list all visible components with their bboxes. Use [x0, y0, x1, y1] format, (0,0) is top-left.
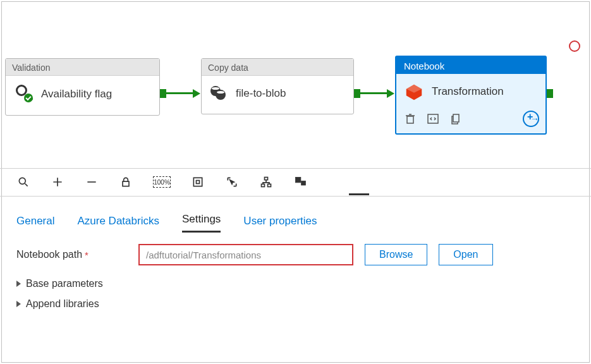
canvas-toolbar: 100% [0, 168, 591, 196]
svg-rect-4 [453, 114, 459, 122]
copy-data-icon [210, 85, 228, 102]
connector-line [166, 92, 193, 94]
activity-name: Transformation [432, 85, 504, 98]
activity-validation[interactable]: Validation Availability flag [5, 58, 160, 116]
fit-icon[interactable] [191, 175, 205, 189]
databricks-icon [405, 83, 423, 100]
validation-icon [15, 85, 34, 104]
append-libraries-expander[interactable]: Append libraries [16, 298, 578, 310]
activity-notebook[interactable]: Notebook Transformation +→ [395, 56, 547, 135]
remove-icon[interactable] [85, 175, 99, 189]
open-button[interactable]: Open [439, 244, 492, 265]
settings-panel: Notebook path * Browse Open Base paramet… [16, 244, 578, 318]
auto-layout-icon[interactable] [259, 175, 273, 189]
notebook-path-label: Notebook path * [16, 249, 127, 260]
connector-arrow-icon [193, 89, 200, 98]
add-output-icon[interactable]: +→ [523, 111, 539, 127]
svg-rect-13 [302, 181, 306, 185]
chevron-right-icon [16, 281, 21, 287]
pipeline-canvas[interactable]: Validation Availability flag Copy data f… [0, 0, 591, 164]
connector-node [160, 89, 166, 98]
zoom-100-icon[interactable]: 100% [153, 176, 171, 188]
activity-name: file-to-blob [236, 87, 286, 100]
delete-icon[interactable] [404, 112, 417, 125]
add-icon[interactable] [51, 175, 64, 189]
notebook-path-row: Notebook path * Browse Open [16, 244, 578, 265]
code-icon[interactable] [427, 112, 439, 125]
tab-general[interactable]: General [16, 215, 54, 233]
required-asterisk: * [85, 250, 88, 260]
activity-mini-toolbar: +→ [396, 107, 545, 133]
activity-type-label: Notebook [396, 57, 545, 74]
svg-rect-9 [265, 178, 268, 180]
tab-azure-databricks[interactable]: Azure Databricks [77, 215, 159, 233]
activity-type-label: Validation [6, 59, 159, 76]
svg-rect-7 [193, 178, 202, 186]
tab-settings[interactable]: Settings [182, 213, 221, 233]
connector-arrow-icon [387, 89, 394, 98]
svg-rect-3 [428, 114, 438, 123]
activity-copy-data[interactable]: Copy data file-to-blob [201, 58, 354, 114]
connector-node [354, 89, 360, 98]
svg-point-5 [19, 178, 25, 184]
svg-rect-10 [262, 184, 265, 186]
panel-drag-handle[interactable] [349, 193, 369, 195]
svg-rect-12 [296, 178, 301, 183]
select-icon[interactable] [225, 175, 239, 189]
svg-rect-2 [407, 116, 413, 123]
lock-icon[interactable] [119, 175, 133, 189]
svg-rect-6 [123, 181, 129, 186]
activity-type-label: Copy data [202, 59, 353, 76]
alert-ring-icon [569, 40, 580, 52]
minimap-icon[interactable] [293, 175, 307, 189]
browse-button[interactable]: Browse [365, 244, 427, 265]
svg-rect-8 [197, 181, 200, 184]
notebook-path-input[interactable] [138, 244, 353, 265]
property-tabs: General Azure Databricks Settings User p… [0, 205, 591, 233]
svg-rect-11 [268, 184, 271, 186]
connector-line [360, 92, 387, 94]
chevron-right-icon [16, 301, 21, 307]
divider [0, 196, 591, 197]
copy-icon[interactable] [449, 112, 462, 125]
activity-name: Availability flag [41, 88, 112, 100]
base-parameters-expander[interactable]: Base parameters [16, 278, 578, 289]
tab-user-properties[interactable]: User properties [243, 215, 317, 233]
search-icon[interactable] [16, 175, 30, 189]
connector-node[interactable] [547, 89, 553, 98]
